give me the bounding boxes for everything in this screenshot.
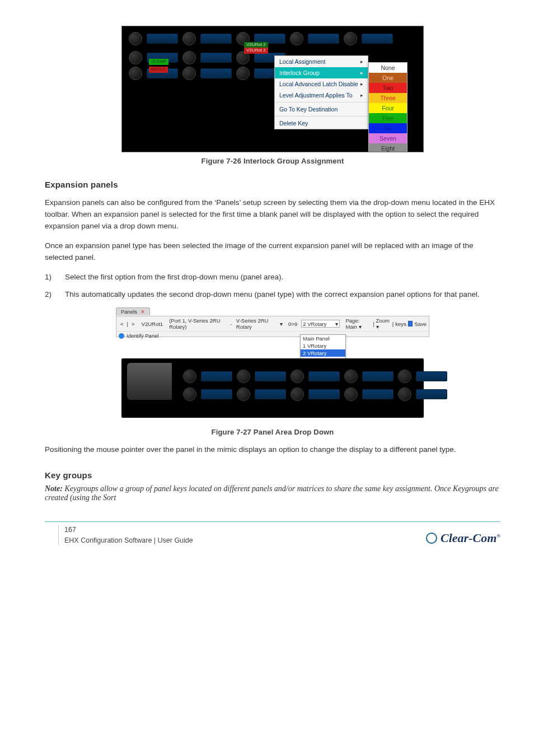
figure-caption: Figure 7-27 Panel Area Drop Down [45,428,500,436]
note-label: Note: [45,484,63,493]
submenu-item-seven[interactable]: Seven [369,133,407,143]
chevron-right-icon: ▸ [360,81,363,87]
nav-prev-button[interactable]: < [119,321,125,327]
knob [183,388,196,401]
registered-mark: ® [496,533,500,539]
key-slot [201,371,232,381]
panel-area-value: 2 VRotary [303,321,326,327]
knob [344,388,358,401]
menu-item-go-to-key-destination[interactable]: Go To Key Destination [275,104,368,115]
figure-interlock-group: V2URot 2 V2URot 2 CLEAR REPLY Local Assi… [121,26,424,152]
knob [129,51,142,64]
save-icon [408,321,413,326]
menu-item-local-advanced-latch-disable[interactable]: Local Advanced Latch Disable▸ [275,78,368,90]
key-slot [255,371,286,381]
option-main-panel[interactable]: Main Panel [301,335,345,342]
menu-separator [275,102,368,102]
option-1-vrotary[interactable]: 1 VRotary [301,342,345,349]
menu-item-label: Local Advanced Latch Disable [279,81,358,87]
key-slot [308,371,340,381]
key-slot [200,53,232,63]
key-slot [362,34,393,44]
knob [182,51,196,64]
key-slot [308,34,339,44]
identify-panel-button[interactable]: Identify Panel [119,333,159,339]
heading-key-groups: Key groups [45,470,500,480]
badge-reply: REPLY [149,67,168,73]
shift-label: 0>9 [288,321,297,327]
menu-item-local-assignment[interactable]: Local Assignment▸ [275,56,368,67]
menu-item-level-adjustment-applies-to[interactable]: Level Adjustment Applies To▸ [275,90,368,101]
knob [398,370,411,383]
chevron-right-icon: ▸ [360,59,363,64]
knob [291,388,304,401]
doc-title: EHX Configuration Software | User Guide [64,536,193,545]
menu-separator [275,116,368,116]
knob [129,32,142,45]
submenu-item-two[interactable]: Two [369,83,407,93]
knob [291,370,304,383]
knob [237,388,250,401]
knob [290,32,303,45]
submenu-item-five[interactable]: Five [369,113,407,123]
series-dropdown-button[interactable]: ▾ [278,321,284,327]
nav-next-button[interactable]: > [130,321,137,327]
list-item: Select the first option from the first d… [65,272,500,283]
panel-area-select[interactable]: 2 VRotary ▾ [301,320,339,328]
chevron-down-icon: ▾ [335,321,338,327]
page-number: 167 [64,525,193,535]
key-slot [255,389,286,399]
menu-item-label: Interlock Group [279,69,320,76]
knob [182,67,196,80]
close-icon[interactable]: ✕ [140,309,145,315]
submenu-item-none[interactable]: None [369,63,407,73]
option-2-vrotary[interactable]: 2 VRotary [301,349,345,357]
heading-expansion-panels: Expansion panels [45,180,500,189]
knob [182,32,196,45]
panel-name: V2URot1 [142,321,163,327]
submenu-item-three[interactable]: Three [369,93,407,103]
key-slot [308,389,340,399]
menu-item-label: Local Assignment [279,58,325,65]
submenu-item-eight[interactable]: Eight [369,143,407,152]
key-slot [362,389,394,399]
identify-icon [119,333,124,339]
knob [236,67,250,80]
submenu-item-four[interactable]: Four [369,103,407,113]
tab-label: Panels [121,309,137,315]
menu-item-interlock-group[interactable]: Interlock Group▸ [275,67,368,78]
page-label[interactable]: Page: Main ▾ [346,318,372,330]
keys-label[interactable]: keys [395,321,406,327]
submenu-item-six[interactable]: Six [369,123,407,133]
key-slot [416,389,447,399]
brand-name: Clear-Com [441,531,496,545]
tab-bar: Panels ✕ [116,306,429,316]
separator: - [231,321,232,327]
separator: | [127,321,128,327]
figure-caption: Figure 7-26 Interlock Group Assignment [45,157,500,165]
chevron-right-icon: ▸ [360,92,363,98]
knob [344,32,357,45]
save-label[interactable]: Save [414,321,427,327]
menu-item-label: Delete Key [279,120,308,127]
key-slot [200,34,232,44]
logo-icon [426,533,437,544]
tab-panels[interactable]: Panels ✕ [116,307,150,315]
key-slot [362,371,394,381]
badge-v2urot2: V2URot 2 [244,48,268,54]
note: Note: Keygroups allow a group of panel k… [45,484,500,502]
chevron-right-icon: ▸ [360,70,363,76]
menu-item-delete-key[interactable]: Delete Key [275,118,368,129]
toolbar: < | > V2URot1 (Port 1, V-Series 2RU Rota… [116,316,429,337]
knob [344,370,358,383]
context-menu: Local Assignment▸ Interlock Group▸ Local… [274,55,368,129]
paragraph: Positioning the mouse pointer over the p… [45,444,500,456]
brand-logo: Clear-Com® [426,531,500,545]
submenu-item-one[interactable]: One [369,73,407,83]
knob [129,67,142,80]
separator: | [373,321,374,327]
zoom-label[interactable]: Zoom ▾ [376,318,391,330]
separator: | [392,321,394,327]
panel-unit [127,363,172,400]
knob [183,370,196,383]
